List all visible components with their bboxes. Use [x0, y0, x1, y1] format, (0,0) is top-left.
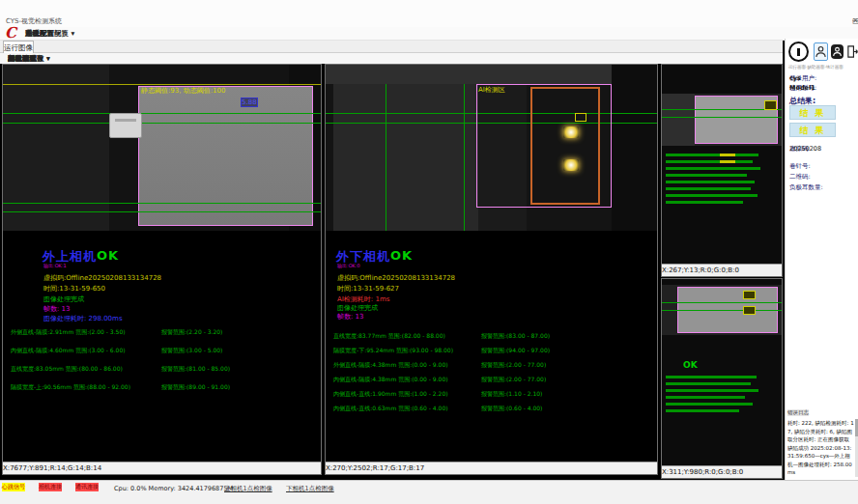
left-process-done: 图像处理完成: [43, 294, 84, 304]
small-top-pixel-coordinates: X:267;Y:13;R:0;G:0;B:0: [662, 264, 782, 276]
side-panel: 运行画面·缺陷画面·统计画面 登录用户: cys 使用型号: Model1 总结…: [785, 39, 858, 480]
camera-connection-badge: 相机连接: [39, 483, 62, 491]
left-barcode: 虚拟码:Offline20250208133134728: [43, 273, 161, 283]
camera-view-left: 静态阈值:93, 动态阈值:100 5.88 外上相机OK 输出:OK:1 虚拟…: [2, 64, 322, 475]
machine-background: [3, 65, 109, 231]
connector-object: [109, 113, 142, 138]
annotation-line: [666, 174, 747, 177]
log-tab-error[interactable]: 错误日志: [787, 409, 809, 416]
detection-line-green-vertical: [386, 84, 386, 231]
login-value: cys: [789, 74, 801, 82]
annotation-line: [666, 201, 743, 204]
exit-button[interactable]: [845, 42, 858, 61]
bottom-camera-check-link[interactable]: 下相机1点检图像: [286, 485, 334, 493]
measurement-row: 内侧直线-隔膜:4.60mm 范围:(3.00 - 6.00) 报警范围:(3.…: [3, 347, 321, 356]
annotation-line: [666, 167, 760, 170]
annotation-line: [666, 187, 751, 190]
left-camera-image[interactable]: 静态阈值:93, 动态阈值:100 5.88: [3, 65, 321, 231]
feature-marker-yellow: [743, 291, 756, 299]
measurement-row: 内侧直线-直线:0.63mm 范围:(0.60 - 4.00) 报警范围:(0.…: [326, 405, 657, 414]
tool-item-other-settings[interactable]: 其它设置 ▾: [8, 54, 43, 64]
small-bottom-pixel-coordinates: X:311;Y:980;R:0;G:0;B:0: [662, 465, 782, 478]
annotation-line: [666, 376, 757, 378]
close-button[interactable]: ✕: [852, 16, 858, 25]
reference-line-yellow: [3, 84, 321, 85]
detection-line-green: [3, 211, 321, 212]
detection-line-green: [3, 123, 321, 124]
ai-detection-rect: [530, 87, 600, 205]
annotation-highlight: [720, 160, 735, 163]
middle-barcode: 虚拟码:Offline20250208133134728: [337, 273, 455, 283]
bright-feature: [563, 126, 579, 138]
detection-line-green: [662, 117, 782, 118]
barcode-value: 20250208: [789, 145, 821, 153]
left-output-line: 输出:OK:1: [43, 263, 67, 268]
comm-connection-badge: 通讯连接: [75, 483, 99, 491]
annotation-line: [666, 389, 758, 392]
measurement-row: 内侧直线-隔膜:4.38mm 范围:(0.00 - 9.00) 报警范围:(2.…: [326, 376, 657, 385]
tab-strip: 运行图像: [0, 41, 783, 53]
camera-view-small-bottom: OK X:311;Y:980;R:0;G:0;B:0: [661, 278, 783, 479]
annotation-line: [666, 382, 751, 385]
annotation-line: [666, 194, 758, 197]
detection-line-green: [3, 113, 321, 114]
left-ok-status: OK: [97, 248, 119, 263]
cpu-memory-status: Cpu: 0.0% Memory: 3424.41796875M: [114, 485, 233, 492]
log-text: 耗时: 222, 缺陷检测耗时: 17, 缺陷分类耗时: 6, 缺陷图取分区耗时…: [787, 419, 854, 477]
user-icon: [815, 45, 826, 58]
machine-slab: [333, 84, 478, 231]
product-region-outline: [138, 86, 313, 226]
middle-ok-status: OK: [390, 248, 413, 263]
detection-line-green: [662, 310, 782, 311]
camera-view-middle: AI检测区 外下相机OK 输出:OK:0 虚拟码:Offline20250208…: [325, 64, 658, 475]
middle-camera-image[interactable]: AI检测区: [326, 65, 657, 231]
toolbar: 相机配置 AI使用配置 相机调试 高级设置 点检设置 ▾ 图像处理 ▾ 基准线参…: [0, 53, 783, 64]
view-switch-links[interactable]: 运行画面·缺陷画面·统计画面: [788, 65, 844, 70]
small-top-camera-image[interactable]: [662, 65, 782, 264]
model-value[interactable]: Model1: [789, 84, 815, 92]
feature-marker-yellow: [743, 306, 756, 315]
app-window: CYS-视觉检测系统 — ▢ ✕ C 系统配置 相机配置 通讯配置 IO手配置 …: [0, 0, 858, 504]
detection-line-green: [3, 203, 321, 204]
tab-run-image[interactable]: 运行图像: [3, 41, 34, 53]
detection-line-green-vertical: [464, 84, 465, 231]
menubar: C 系统配置 相机配置 通讯配置 IO手配置 ▾ 光源控制配置 ▾ 查看 ▾ 系…: [0, 27, 858, 41]
feature-marker-yellow: [764, 100, 777, 110]
left-time: 时间:13-31-59-650: [43, 284, 105, 294]
small-bottom-camera-image[interactable]: OK: [662, 279, 782, 465]
qr-code-label: 二维码:: [789, 173, 811, 182]
measurement-row: 外侧直线-隔膜:4.38mm 范围:(0.00 - 9.00) 报警范围:(2.…: [326, 361, 657, 371]
machine-rail: [326, 65, 657, 84]
annotation-line: [666, 154, 758, 156]
titlebar: CYS-视觉检测系统 — ▢ ✕: [0, 0, 858, 27]
annotation-line: [666, 396, 745, 399]
exit-door-icon: [846, 44, 858, 59]
annotation-highlight: [720, 154, 735, 156]
app-logo-icon: C: [5, 24, 16, 42]
statusbar: 心跳信号 相机连接 通讯连接 Cpu: 0.0% Memory: 3424.41…: [0, 480, 858, 504]
pause-button[interactable]: [788, 42, 809, 62]
menu-item-language-switch[interactable]: 系统语言切换: [25, 29, 69, 39]
middle-output-line: 输出:OK:0: [337, 263, 360, 268]
user-login-button[interactable]: [814, 42, 828, 61]
measurement-row: 内侧直线-直线:1.90mm 范围:(1.00 - 2.20) 报警范围:(1.…: [326, 390, 657, 400]
middle-time: 时间:13-31-59-627: [337, 284, 399, 294]
measurement-row: 隔膜宽度-下:95.24mm 范围:(93.00 - 98.00) 报警范围:(…: [326, 347, 657, 356]
detection-line-green: [662, 302, 782, 303]
tab-count-label: 负极耳数量:: [789, 183, 823, 192]
left-frame-count: 帧数: 13: [43, 304, 71, 314]
middle-pixel-coordinates: X:270;Y:2502;R:17;G:17;B:17: [326, 462, 657, 474]
roll-number-label: 卷针号:: [789, 162, 811, 171]
bright-feature: [563, 159, 579, 171]
result-box-top: 结 果: [789, 105, 836, 120]
user-account-button[interactable]: [831, 44, 844, 59]
left-process-time: 图像处理耗时: 298.00ms: [43, 314, 123, 323]
feature-marker-yellow: [575, 113, 586, 122]
measurement-row: 直线宽度:83.05mm 范围:(80.00 - 86.00) 报警范围:(81…: [3, 365, 321, 375]
measure-overlay-label: 5.88: [241, 98, 258, 107]
top-camera-check-link[interactable]: 上相机1点检图像: [224, 485, 272, 493]
annotation-line: [666, 409, 739, 412]
camera-view-small-top: X:267;Y:13;R:0;G:0;B:0: [661, 64, 783, 277]
connector-detail: [115, 119, 136, 122]
threshold-overlay-text: 静态阈值:93, 动态阈值:100: [141, 86, 225, 96]
